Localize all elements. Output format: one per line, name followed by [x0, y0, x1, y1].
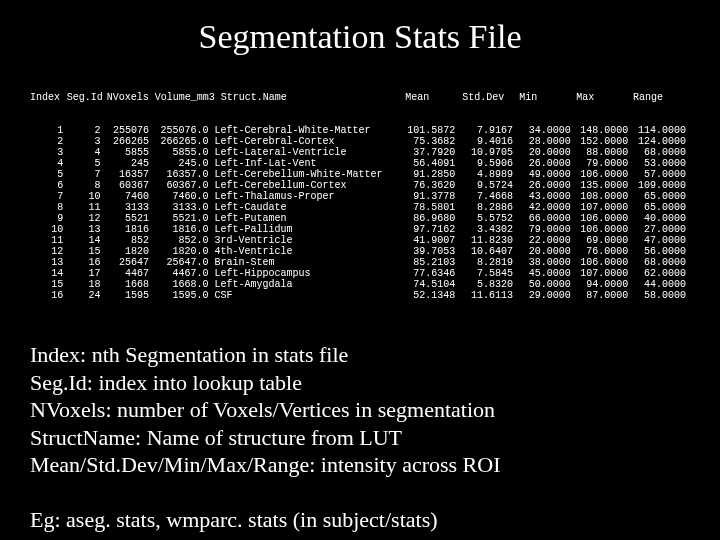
cell-seg: 2: [67, 125, 104, 136]
cell-max: 152.0000: [575, 136, 633, 147]
cell-seg: 10: [67, 191, 104, 202]
cell-range: 65.0000: [632, 202, 690, 213]
table-row: 141744674467.0Left-Hippocampus77.63467.5…: [30, 268, 690, 279]
table-row: 3458555855.0Left-Lateral-Ventricle37.792…: [30, 147, 690, 158]
cell-seg: 3: [67, 136, 104, 147]
cell-vol: 245.0: [153, 158, 213, 169]
cell-vol: 1595.0: [153, 290, 213, 301]
cell-range: 124.0000: [632, 136, 690, 147]
cell-index: 1: [30, 125, 67, 136]
cell-name: Left-Inf-Lat-Vent: [213, 158, 402, 169]
cell-std: 11.8230: [459, 235, 517, 246]
cell-range: 62.0000: [632, 268, 690, 279]
cell-mean: 37.7920: [402, 147, 460, 158]
cell-mean: 76.3620: [402, 180, 460, 191]
cell-name: 3rd-Ventricle: [213, 235, 402, 246]
cell-index: 6: [30, 180, 67, 191]
cell-vol: 7460.0: [153, 191, 213, 202]
cell-nvox: 1595: [105, 290, 153, 301]
cell-std: 10.6407: [459, 246, 517, 257]
cell-seg: 11: [67, 202, 104, 213]
cell-mean: 86.9680: [402, 213, 460, 224]
cell-seg: 13: [67, 224, 104, 235]
cell-max: 107.0000: [575, 202, 633, 213]
cell-seg: 18: [67, 279, 104, 290]
hdr-index: Index: [30, 92, 67, 103]
cell-nvox: 16357: [105, 169, 153, 180]
cell-nvox: 266265: [105, 136, 153, 147]
cell-name: Left-Lateral-Ventricle: [213, 147, 402, 158]
hdr-mean: Mean: [405, 92, 462, 103]
cell-index: 2: [30, 136, 67, 147]
cell-std: 7.9167: [459, 125, 517, 136]
cell-name: Left-Cerebral-Cortex: [213, 136, 402, 147]
cell-name: Left-Putamen: [213, 213, 402, 224]
cell-name: 4th-Ventricle: [213, 246, 402, 257]
cell-std: 4.8989: [459, 169, 517, 180]
cell-index: 4: [30, 158, 67, 169]
cell-min: 66.0000: [517, 213, 575, 224]
cell-vol: 25647.0: [153, 257, 213, 268]
cell-range: 114.0000: [632, 125, 690, 136]
cell-range: 56.0000: [632, 246, 690, 257]
cell-vol: 255076.0: [153, 125, 213, 136]
cell-max: 107.0000: [575, 268, 633, 279]
cell-max: 79.0000: [575, 158, 633, 169]
cell-seg: 15: [67, 246, 104, 257]
cell-nvox: 3133: [105, 202, 153, 213]
cell-seg: 7: [67, 169, 104, 180]
cell-max: 106.0000: [575, 213, 633, 224]
cell-std: 8.2819: [459, 257, 517, 268]
cell-mean: 91.2850: [402, 169, 460, 180]
table-row: 571635716357.0Left-Cerebellum-White-Matt…: [30, 169, 690, 180]
cell-index: 8: [30, 202, 67, 213]
cell-mean: 91.3778: [402, 191, 460, 202]
cell-index: 12: [30, 246, 67, 257]
cell-name: Left-Thalamus-Proper: [213, 191, 402, 202]
cell-nvox: 5521: [105, 213, 153, 224]
cell-range: 109.0000: [632, 180, 690, 191]
cell-std: 11.6113: [459, 290, 517, 301]
cell-index: 3: [30, 147, 67, 158]
cell-vol: 852.0: [153, 235, 213, 246]
slide-title: Segmentation Stats File: [30, 18, 690, 56]
hdr-max: Max: [576, 92, 633, 103]
cell-vol: 3133.0: [153, 202, 213, 213]
cell-min: 79.0000: [517, 224, 575, 235]
cell-range: 65.0000: [632, 191, 690, 202]
legend-line: StructName: Name of structure from LUT: [30, 424, 690, 452]
cell-name: Left-Pallidum: [213, 224, 402, 235]
legend: Index: nth Segmentation in stats fileSeg…: [30, 341, 690, 540]
cell-min: 28.0000: [517, 136, 575, 147]
cell-name: Left-Cerebral-White-Matter: [213, 125, 402, 136]
cell-nvox: 25647: [105, 257, 153, 268]
cell-index: 7: [30, 191, 67, 202]
cell-nvox: 60367: [105, 180, 153, 191]
cell-mean: 74.5104: [402, 279, 460, 290]
cell-std: 3.4302: [459, 224, 517, 235]
cell-nvox: 245: [105, 158, 153, 169]
cell-range: 68.0000: [632, 257, 690, 268]
cell-range: 58.0000: [632, 290, 690, 301]
cell-max: 106.0000: [575, 169, 633, 180]
hdr-range: Range: [633, 92, 690, 103]
cell-min: 26.0000: [517, 180, 575, 191]
table-row: 151816681668.0Left-Amygdala74.51045.8320…: [30, 279, 690, 290]
cell-seg: 24: [67, 290, 104, 301]
cell-mean: 101.5872: [402, 125, 460, 136]
cell-min: 49.0000: [517, 169, 575, 180]
cell-vol: 4467.0: [153, 268, 213, 279]
cell-name: Left-Hippocampus: [213, 268, 402, 279]
legend-line: Seg.Id: index into lookup table: [30, 369, 690, 397]
cell-vol: 1820.0: [153, 246, 213, 257]
cell-index: 16: [30, 290, 67, 301]
cell-mean: 39.7053: [402, 246, 460, 257]
legend-line: Mean/Std.Dev/Min/Max/Range: intensity ac…: [30, 451, 690, 479]
cell-nvox: 4467: [105, 268, 153, 279]
cell-mean: 52.1348: [402, 290, 460, 301]
cell-min: 29.0000: [517, 290, 575, 301]
cell-name: Left-Cerebellum-White-Matter: [213, 169, 402, 180]
cell-nvox: 5855: [105, 147, 153, 158]
legend-line: Eg: aseg. stats, wmparc. stats (in subje…: [30, 506, 690, 534]
legend-line: [30, 479, 690, 507]
